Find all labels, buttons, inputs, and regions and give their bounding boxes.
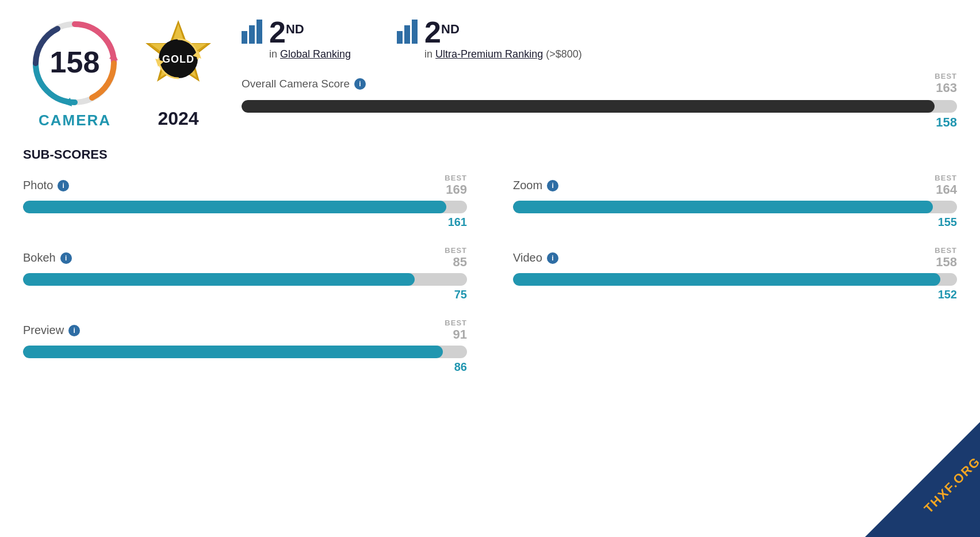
score-label: CAMERA: [39, 112, 111, 129]
zoom-title: Zoom i: [513, 179, 558, 192]
main-container: 158 CAMERA GOLD: [0, 0, 980, 391]
gold-badge: GOLD: [135, 17, 221, 103]
bokeh-title: Bokeh i: [23, 251, 72, 264]
svg-rect-15: [397, 31, 403, 44]
overall-score-info-badge[interactable]: i: [354, 78, 366, 90]
subscore-video: Video i BEST 158 152: [513, 246, 957, 301]
zoom-info-badge[interactable]: i: [547, 180, 558, 191]
svg-rect-16: [404, 25, 410, 44]
price-filter: (>$800): [546, 48, 582, 60]
photo-header: Photo i BEST 169: [23, 174, 467, 197]
video-score: 152: [938, 288, 957, 301]
watermark: THXF.ORG: [865, 422, 980, 537]
header-section: 158 CAMERA GOLD: [23, 17, 957, 130]
year-label: 2024: [158, 108, 198, 129]
preview-best-col: BEST 91: [445, 319, 467, 342]
svg-rect-13: [249, 25, 255, 44]
photo-bar: [23, 201, 467, 213]
overall-score-bar: [242, 100, 957, 113]
preview-title: Preview i: [23, 324, 80, 337]
video-bar-fill: [513, 273, 940, 286]
bokeh-bar-fill: [23, 273, 415, 286]
subscore-photo: Photo i BEST 169 161: [23, 174, 467, 229]
svg-rect-12: [242, 31, 247, 44]
gold-badge-container: GOLD 2024: [127, 17, 230, 129]
photo-info-badge[interactable]: i: [58, 180, 69, 191]
subscores-header: SUB-SCORES: [23, 147, 957, 162]
bokeh-header: Bokeh i BEST 85: [23, 246, 467, 270]
bokeh-info-badge[interactable]: i: [60, 252, 72, 264]
photo-title: Photo i: [23, 179, 69, 192]
zoom-score: 155: [938, 216, 957, 228]
zoom-bar: [513, 201, 957, 213]
svg-rect-17: [412, 20, 418, 44]
preview-bar: [23, 346, 467, 358]
rankings-section: 2 ND in Global Ranking: [230, 17, 957, 130]
photo-bar-fill: [23, 201, 446, 213]
subscore-preview: Preview i BEST 91 86: [23, 319, 467, 374]
bokeh-score: 75: [454, 288, 467, 301]
global-ranking-item: 2 ND in Global Ranking: [242, 17, 351, 60]
subscore-zoom: Zoom i BEST 164 155: [513, 174, 957, 229]
subscores-grid: Photo i BEST 169 161: [23, 174, 957, 374]
ultra-premium-ranking-item: 2 ND in Ultra-Premium Ranking (>$800): [397, 17, 582, 60]
overall-score-bar-fill: [242, 100, 935, 113]
overall-best-col: BEST 163: [935, 72, 957, 95]
svg-rect-14: [257, 20, 262, 44]
subscore-bokeh: Bokeh i BEST 85 75: [23, 246, 467, 301]
bokeh-best-col: BEST 85: [445, 246, 467, 270]
bokeh-bar: [23, 273, 467, 286]
zoom-header: Zoom i BEST 164: [513, 174, 957, 197]
global-rank-description: in Global Ranking: [269, 48, 351, 60]
preview-bar-fill: [23, 346, 443, 358]
bar-chart-icon-premium: [397, 20, 418, 47]
overall-score-title: Overall Camera Score i: [242, 78, 366, 90]
score-circle: 158: [29, 17, 121, 109]
preview-info-badge[interactable]: i: [68, 325, 80, 336]
preview-score: 86: [454, 360, 467, 373]
global-rank-superscript: ND: [286, 22, 304, 37]
preview-header: Preview i BEST 91: [23, 319, 467, 342]
photo-best-col: BEST 169: [445, 174, 467, 197]
svg-text:158: 158: [50, 45, 100, 79]
ultra-premium-rank-number: 2: [424, 17, 441, 47]
video-bar: [513, 273, 957, 286]
video-header: Video i BEST 158: [513, 246, 957, 270]
ultra-premium-ranking-text: 2 ND in Ultra-Premium Ranking (>$800): [424, 17, 582, 60]
video-title: Video i: [513, 251, 558, 264]
global-rank-number: 2: [269, 17, 286, 47]
global-ranking-text: 2 ND in Global Ranking: [269, 17, 351, 60]
bar-chart-icon-global: [242, 20, 262, 47]
ultra-premium-ranking-link[interactable]: Ultra-Premium Ranking: [435, 48, 543, 60]
subscores-section: SUB-SCORES Photo i BEST 169: [23, 141, 957, 374]
overall-score-value: 158: [936, 115, 957, 129]
score-badge-container: 158 CAMERA: [23, 17, 127, 129]
global-ranking-link[interactable]: Global Ranking: [280, 48, 351, 60]
ultra-premium-rank-description: in Ultra-Premium Ranking (>$800): [424, 48, 582, 60]
overall-score-section: Overall Camera Score i BEST 163 158: [242, 72, 957, 130]
video-info-badge[interactable]: i: [547, 252, 558, 264]
overall-score-header: Overall Camera Score i BEST 163: [242, 72, 957, 95]
ultra-premium-rank-superscript: ND: [441, 22, 460, 37]
rankings-row: 2 ND in Global Ranking: [242, 17, 957, 60]
video-best-col: BEST 158: [935, 246, 957, 270]
photo-score: 161: [448, 216, 467, 228]
zoom-bar-fill: [513, 201, 933, 213]
zoom-best-col: BEST 164: [935, 174, 957, 197]
svg-text:GOLD: GOLD: [162, 53, 194, 65]
